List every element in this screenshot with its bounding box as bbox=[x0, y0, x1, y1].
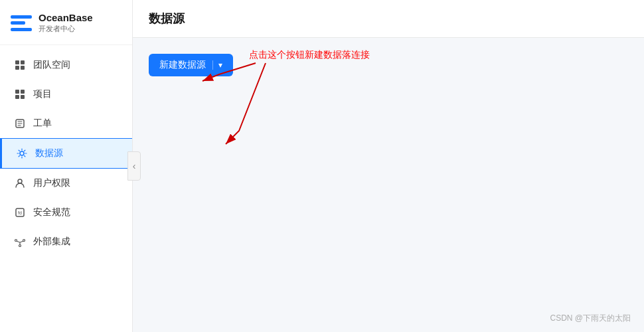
team-space-label: 团队空间 bbox=[33, 59, 70, 71]
logo-title: OceanBase bbox=[39, 12, 93, 24]
page-title: 数据源 bbox=[149, 11, 628, 27]
datasource-label: 数据源 bbox=[35, 147, 63, 159]
sidebar-nav: 团队空间 项目 bbox=[0, 45, 132, 332]
svg-rect-1 bbox=[21, 60, 25, 64]
svg-rect-4 bbox=[15, 90, 19, 94]
logo-subtitle: 开发者中心 bbox=[39, 24, 93, 34]
logo-bar-2 bbox=[11, 21, 25, 25]
user-permissions-icon bbox=[13, 177, 27, 190]
datasource-icon bbox=[15, 147, 29, 160]
sidebar-item-security-rules[interactable]: fd 安全规范 bbox=[0, 198, 132, 227]
svg-rect-5 bbox=[21, 90, 25, 94]
sidebar-item-datasource[interactable]: 数据源 bbox=[0, 138, 132, 169]
watermark: CSDN @下雨天的太阳 bbox=[550, 313, 631, 324]
logo-area: OceanBase 开发者中心 bbox=[0, 0, 132, 45]
sidebar-item-external-integration[interactable]: 外部集成 bbox=[0, 227, 132, 256]
svg-rect-3 bbox=[21, 66, 25, 70]
main-content: 数据源 新建数据源 ▾ 点击这个按钮新建数据落连接 bbox=[133, 0, 644, 332]
sidebar-item-workorders[interactable]: 工单 bbox=[0, 109, 132, 138]
logo-bar-3 bbox=[11, 28, 32, 31]
svg-text:fd: fd bbox=[18, 210, 22, 215]
external-integration-icon bbox=[13, 235, 27, 248]
sidebar-item-projects[interactable]: 项目 bbox=[0, 80, 132, 109]
logo-text: OceanBase 开发者中心 bbox=[39, 12, 93, 34]
sidebar: OceanBase 开发者中心 团队空间 bbox=[0, 0, 133, 332]
svg-rect-6 bbox=[15, 95, 19, 99]
external-integration-label: 外部集成 bbox=[33, 236, 70, 248]
sidebar-item-user-permissions[interactable]: 用户权限 bbox=[0, 169, 132, 198]
logo-bar-1 bbox=[11, 15, 32, 19]
sidebar-item-team-space[interactable]: 团队空间 bbox=[0, 50, 132, 80]
new-datasource-button[interactable]: 新建数据源 ▾ bbox=[149, 54, 233, 76]
collapse-icon: ‹ bbox=[133, 161, 136, 171]
new-datasource-label: 新建数据源 bbox=[159, 59, 206, 71]
projects-icon bbox=[13, 88, 27, 101]
svg-rect-2 bbox=[15, 66, 19, 70]
sidebar-collapse-button[interactable]: ‹ bbox=[127, 151, 141, 181]
user-permissions-label: 用户权限 bbox=[33, 177, 70, 189]
svg-point-10 bbox=[18, 179, 22, 183]
svg-point-9 bbox=[20, 151, 24, 155]
main-header: 数据源 bbox=[133, 0, 644, 38]
annotation-text: 点击这个按钮新建数据落连接 bbox=[249, 49, 370, 60]
svg-rect-0 bbox=[15, 60, 19, 64]
workorders-icon bbox=[13, 117, 27, 130]
svg-rect-7 bbox=[21, 95, 25, 99]
main-body: 新建数据源 ▾ 点击这个按钮新建数据落连接 CSDN @下雨天的太阳 bbox=[133, 38, 644, 332]
security-rules-label: 安全规范 bbox=[33, 207, 70, 218]
workorders-label: 工单 bbox=[33, 118, 52, 129]
logo-icon bbox=[11, 15, 32, 31]
dropdown-arrow-icon[interactable]: ▾ bbox=[212, 60, 222, 70]
annotations-overlay: 点击这个按钮新建数据落连接 bbox=[133, 38, 644, 332]
team-space-icon bbox=[13, 58, 27, 72]
projects-label: 项目 bbox=[33, 88, 52, 100]
security-rules-icon: fd bbox=[13, 206, 27, 219]
